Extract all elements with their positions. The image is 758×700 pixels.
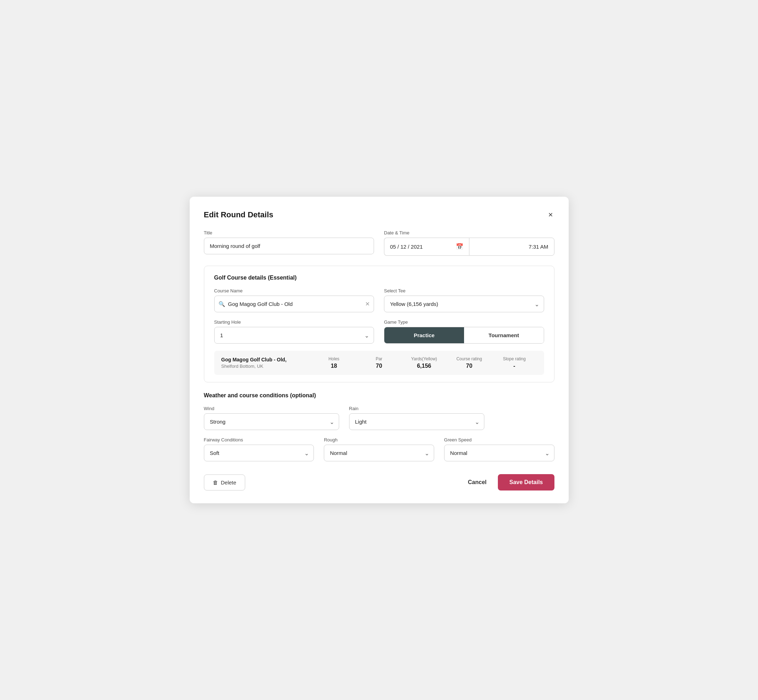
clear-icon[interactable]: ✕ bbox=[365, 300, 370, 307]
course-name-group: Course Name 🔍 ✕ bbox=[214, 288, 374, 312]
course-rating-value: 70 bbox=[446, 363, 492, 369]
search-icon: 🔍 bbox=[219, 301, 225, 307]
rain-dropdown[interactable]: None Light Moderate Heavy bbox=[349, 413, 484, 430]
time-text: 7:31 AM bbox=[528, 244, 548, 250]
modal-footer: 🗑 Delete Cancel Save Details bbox=[204, 471, 554, 491]
fairway-label: Fairway Conditions bbox=[204, 437, 314, 442]
yards-label: Yards(Yellow) bbox=[401, 356, 446, 361]
game-type-label: Game Type bbox=[384, 319, 544, 325]
fairway-rough-green-row: Fairway Conditions Wet Soft Normal Firm … bbox=[204, 437, 554, 461]
select-tee-dropdown[interactable]: Yellow (6,156 yards) White Red Blue bbox=[384, 295, 544, 312]
date-input[interactable]: 05 / 12 / 2021 📅 bbox=[384, 238, 469, 256]
par-stat: Par 70 bbox=[357, 356, 402, 369]
wind-label: Wind bbox=[204, 406, 339, 411]
course-name-label: Course Name bbox=[214, 288, 374, 294]
green-speed-wrapper: Slow Normal Fast Very Fast ⌄ bbox=[444, 445, 554, 461]
select-tee-group: Select Tee Yellow (6,156 yards) White Re… bbox=[384, 288, 544, 312]
green-speed-dropdown[interactable]: Slow Normal Fast Very Fast bbox=[444, 445, 554, 461]
green-speed-group: Green Speed Slow Normal Fast Very Fast ⌄ bbox=[444, 437, 554, 461]
fairway-dropdown[interactable]: Wet Soft Normal Firm Hard bbox=[204, 445, 314, 461]
save-button[interactable]: Save Details bbox=[498, 474, 554, 491]
rain-group: Rain None Light Moderate Heavy ⌄ bbox=[349, 406, 484, 430]
course-info-box: Gog Magog Golf Club - Old, Shelford Bott… bbox=[214, 351, 544, 375]
rough-dropdown[interactable]: Short Normal Long Very Long bbox=[324, 445, 434, 461]
practice-button[interactable]: Practice bbox=[384, 327, 464, 343]
wind-wrapper: Calm Light Moderate Strong Very Strong ⌄ bbox=[204, 413, 339, 430]
datetime-label: Date & Time bbox=[384, 230, 554, 236]
date-text: 05 / 12 / 2021 bbox=[390, 244, 423, 250]
course-rating-label: Course rating bbox=[446, 356, 492, 361]
select-tee-label: Select Tee bbox=[384, 288, 544, 294]
close-button[interactable]: × bbox=[547, 209, 554, 220]
holes-value: 18 bbox=[312, 363, 357, 369]
rain-label: Rain bbox=[349, 406, 484, 411]
course-info-location: Shelford Bottom, UK bbox=[221, 364, 312, 369]
slope-rating-value: - bbox=[492, 363, 537, 369]
trash-icon: 🗑 bbox=[213, 480, 218, 486]
top-row: Title Date & Time 05 / 12 / 2021 📅 7:31 … bbox=[204, 230, 554, 256]
starting-hole-label: Starting Hole bbox=[214, 319, 374, 325]
holes-label: Holes bbox=[312, 356, 357, 361]
time-input[interactable]: 7:31 AM bbox=[469, 238, 554, 256]
game-type-group: Game Type Practice Tournament bbox=[384, 319, 544, 344]
delete-button[interactable]: 🗑 Delete bbox=[204, 475, 245, 491]
datetime-inputs: 05 / 12 / 2021 📅 7:31 AM bbox=[384, 238, 554, 256]
fairway-wrapper: Wet Soft Normal Firm Hard ⌄ bbox=[204, 445, 314, 461]
course-info-name: Gog Magog Golf Club - Old, Shelford Bott… bbox=[221, 357, 312, 369]
course-rating-stat: Course rating 70 bbox=[446, 356, 492, 369]
rain-wrapper: None Light Moderate Heavy ⌄ bbox=[349, 413, 484, 430]
title-field-group: Title bbox=[204, 230, 374, 256]
game-type-toggle: Practice Tournament bbox=[384, 327, 544, 344]
fairway-group: Fairway Conditions Wet Soft Normal Firm … bbox=[204, 437, 314, 461]
course-name-input[interactable] bbox=[214, 295, 374, 312]
weather-section-title: Weather and course conditions (optional) bbox=[204, 392, 554, 399]
slope-rating-label: Slope rating bbox=[492, 356, 537, 361]
select-tee-wrapper: Yellow (6,156 yards) White Red Blue ⌄ bbox=[384, 295, 544, 312]
yards-value: 6,156 bbox=[401, 363, 446, 369]
weather-section: Weather and course conditions (optional)… bbox=[204, 392, 554, 461]
rough-label: Rough bbox=[324, 437, 434, 442]
cancel-button[interactable]: Cancel bbox=[465, 475, 489, 490]
delete-label: Delete bbox=[221, 480, 236, 486]
modal-header: Edit Round Details × bbox=[204, 209, 554, 220]
footer-right: Cancel Save Details bbox=[465, 474, 554, 491]
starting-hole-group: Starting Hole 1234 5678 910 ⌄ bbox=[214, 319, 374, 344]
title-label: Title bbox=[204, 230, 374, 236]
golf-course-section: Golf Course details (Essential) Course N… bbox=[204, 266, 554, 382]
wind-rain-row: Wind Calm Light Moderate Strong Very Str… bbox=[204, 406, 554, 430]
course-info-name-text: Gog Magog Golf Club - Old, bbox=[221, 357, 312, 362]
title-input[interactable] bbox=[204, 238, 374, 254]
modal-title: Edit Round Details bbox=[204, 210, 274, 219]
course-tee-row: Course Name 🔍 ✕ Select Tee Yellow (6,156… bbox=[214, 288, 544, 312]
starting-hole-dropdown[interactable]: 1234 5678 910 bbox=[214, 327, 374, 344]
datetime-field-group: Date & Time 05 / 12 / 2021 📅 7:31 AM bbox=[384, 230, 554, 256]
calendar-icon: 📅 bbox=[456, 243, 464, 250]
holes-stat: Holes 18 bbox=[312, 356, 357, 369]
course-name-wrapper: 🔍 ✕ bbox=[214, 295, 374, 312]
slope-rating-stat: Slope rating - bbox=[492, 356, 537, 369]
yards-stat: Yards(Yellow) 6,156 bbox=[401, 356, 446, 369]
par-value: 70 bbox=[357, 363, 402, 369]
green-speed-label: Green Speed bbox=[444, 437, 554, 442]
hole-gametype-row: Starting Hole 1234 5678 910 ⌄ Game Type … bbox=[214, 319, 544, 344]
tournament-button[interactable]: Tournament bbox=[464, 327, 544, 343]
wind-dropdown[interactable]: Calm Light Moderate Strong Very Strong bbox=[204, 413, 339, 430]
wind-group: Wind Calm Light Moderate Strong Very Str… bbox=[204, 406, 339, 430]
rough-group: Rough Short Normal Long Very Long ⌄ bbox=[324, 437, 434, 461]
edit-round-modal: Edit Round Details × Title Date & Time 0… bbox=[190, 197, 568, 503]
par-label: Par bbox=[357, 356, 402, 361]
rough-wrapper: Short Normal Long Very Long ⌄ bbox=[324, 445, 434, 461]
starting-hole-wrapper: 1234 5678 910 ⌄ bbox=[214, 327, 374, 344]
golf-section-title: Golf Course details (Essential) bbox=[214, 275, 544, 281]
